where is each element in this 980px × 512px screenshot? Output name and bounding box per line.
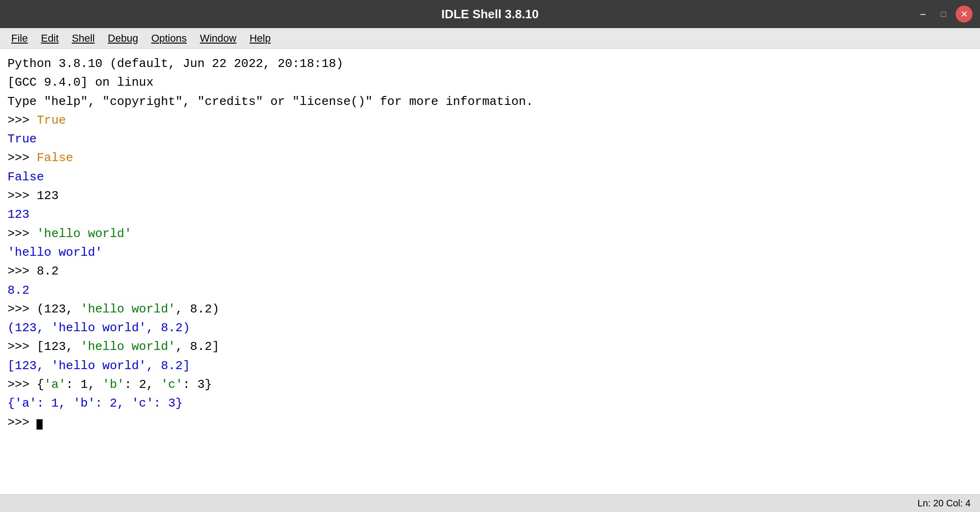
intro-line-2: [GCC 9.4.0] on linux — [7, 73, 973, 92]
window-title: IDLE Shell 3.8.10 — [441, 7, 539, 22]
title-bar: IDLE Shell 3.8.10 – □ ✕ — [0, 0, 980, 28]
shell-line-4-output: False — [7, 168, 973, 186]
menu-file[interactable]: File — [6, 30, 33, 46]
shell-line-14-output: [123, 'hello world', 8.2] — [7, 356, 973, 375]
menu-edit[interactable]: Edit — [35, 30, 64, 46]
menu-options[interactable]: Options — [146, 30, 192, 46]
maximize-button[interactable]: □ — [935, 6, 952, 22]
menu-debug[interactable]: Debug — [102, 30, 144, 46]
shell-line-6-output: 123 — [7, 205, 973, 224]
cursor-position: Ln: 20 Col: 4 — [918, 498, 971, 509]
menu-help[interactable]: Help — [244, 30, 276, 46]
intro-line-1: Python 3.8.10 (default, Jun 22 2022, 20:… — [7, 54, 973, 73]
shell-line-17-empty: >>> — [7, 413, 973, 432]
shell-line-13-prompt: >>> [123, 'hello world', 8.2] — [7, 337, 973, 356]
shell-line-1-prompt: >>> True — [7, 111, 973, 130]
intro-line-3: Type "help", "copyright", "credits" or "… — [7, 92, 973, 111]
shell-line-7-prompt: >>> 'hello world' — [7, 224, 973, 243]
status-bar: Ln: 20 Col: 4 — [0, 494, 980, 512]
shell-line-16-output: {'a': 1, 'b': 2, 'c': 3} — [7, 394, 973, 413]
shell-line-3-prompt: >>> False — [7, 148, 973, 167]
shell-line-2-output: True — [7, 130, 973, 148]
shell-line-9-prompt: >>> 8.2 — [7, 262, 973, 281]
menu-window[interactable]: Window — [194, 30, 242, 46]
minimize-button[interactable]: – — [914, 6, 931, 22]
shell-line-12-output: (123, 'hello world', 8.2) — [7, 319, 973, 337]
shell-area[interactable]: Python 3.8.10 (default, Jun 22 2022, 20:… — [0, 49, 980, 494]
shell-line-10-output: 8.2 — [7, 281, 973, 300]
shell-line-8-output: 'hello world' — [7, 243, 973, 262]
close-button[interactable]: ✕ — [956, 6, 973, 22]
shell-line-15-prompt: >>> {'a': 1, 'b': 2, 'c': 3} — [7, 375, 973, 394]
menu-bar: File Edit Shell Debug Options Window Hel… — [0, 28, 980, 49]
menu-shell[interactable]: Shell — [66, 30, 100, 46]
shell-line-11-prompt: >>> (123, 'hello world', 8.2) — [7, 300, 973, 319]
cursor — [37, 419, 43, 430]
shell-line-5-prompt: >>> 123 — [7, 186, 973, 205]
